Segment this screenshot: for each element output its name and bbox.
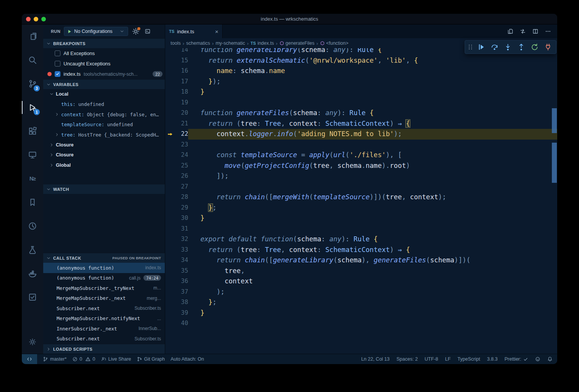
restart-icon[interactable] [528,41,541,53]
gutter-glyph-margin[interactable] [165,182,175,192]
variable-row[interactable]: tree:HostTree {_backend: ScopedH… [43,130,165,140]
variable-row[interactable]: this:undefined [43,99,165,110]
code-editor[interactable]: 14function generateLibrary(schema: any):… [165,48,557,354]
call-stack-section-header[interactable]: CALL STACK PAUSED ON BREAKPOINT [43,253,165,263]
status-auto-attach[interactable]: Auto Attach: On [171,356,204,362]
gutter-glyph-margin[interactable] [165,297,175,308]
zoom-window-button[interactable] [41,17,46,21]
breadcrumb-my-schematic[interactable]: my-schematic [216,41,245,46]
code-line-35[interactable]: 35 tree, [165,266,557,277]
call-stack-frame[interactable]: Subscriber.nextSubscriber.ts [43,303,165,314]
disconnect-icon[interactable] [542,41,554,53]
breakpoints-section-header[interactable]: BREAKPOINTS [43,38,165,48]
code-line-20[interactable]: 20function generateFiles(schema: any): R… [165,108,557,119]
status-remote-indicator[interactable] [22,354,37,364]
chevron-down-icon[interactable] [49,92,56,96]
gutter-glyph-margin[interactable] [165,266,175,277]
status-git-branch[interactable]: master* [43,356,67,362]
gutter-glyph-margin[interactable] [165,98,175,108]
breadcrumb-generatefiles[interactable]: generateFiles [280,41,315,46]
gutter-glyph-margin[interactable] [165,66,175,76]
status-feedback[interactable] [535,356,540,362]
code-line-17[interactable]: 17 }); [165,76,557,87]
drag-handle-icon[interactable] [467,41,474,53]
chevron-right-icon[interactable] [49,163,56,168]
code-line-29[interactable]: 29 }; [165,203,557,213]
gutter-glyph-margin[interactable] [165,161,175,171]
manage-settings-gear-icon[interactable] [22,330,43,354]
breakpoint-item[interactable]: All Exceptions [43,48,165,59]
call-stack-frame[interactable]: (anonymous function)index.ts [43,263,165,273]
gutter-glyph-margin[interactable] [165,140,175,150]
nx-console-icon[interactable]: N≥ [22,167,43,190]
gutter-glyph-margin[interactable] [165,203,175,213]
open-changes-icon[interactable] [507,28,513,34]
code-line-18[interactable]: 18} [165,87,557,98]
code-line-38[interactable]: 38 }; [165,297,557,308]
call-stack-frame[interactable]: Subscriber.nextSubscriber.ts [43,334,165,344]
variable-row[interactable]: templateSource:undefined [43,120,165,130]
gutter-glyph-margin[interactable] [165,224,175,234]
status-language-mode[interactable]: TypeScript [457,356,480,362]
call-stack-frame[interactable]: MergeMapSubscriber._nextmerg... [43,293,165,304]
continue-icon[interactable] [475,41,487,53]
step-into-icon[interactable] [501,41,514,53]
code-line-21[interactable]: 21 return (tree: Tree, context: Schemati… [165,119,557,129]
code-line-26[interactable]: 26 ]); [165,171,557,182]
code-line-24[interactable]: 24 const templateSource = apply(url('./f… [165,150,557,161]
breakpoint-item[interactable]: Uncaught Exceptions [43,59,165,69]
variable-row[interactable]: context:Object {debug: false, en… [43,109,165,120]
code-line-30[interactable]: 30} [165,213,557,224]
chevron-right-icon[interactable] [49,153,56,157]
code-line-33[interactable]: 33 return (tree: Tree, context: Schemati… [165,245,557,255]
gutter-glyph-margin[interactable] [165,287,175,298]
chevron-right-icon[interactable] [55,132,61,137]
status-errors[interactable]: 0 [72,356,82,362]
breakpoint-checkbox[interactable] [55,50,60,56]
tab-index-ts[interactable]: TS index.ts × [165,24,223,38]
status-notifications[interactable] [547,356,553,362]
variables-section-header[interactable]: VARIABLES [43,79,165,89]
testing-icon[interactable] [22,238,43,262]
gutter-glyph-margin[interactable] [165,150,175,161]
variable-row[interactable]: Global [43,160,165,171]
search-icon[interactable] [22,48,43,72]
gutter-glyph-margin[interactable] [165,119,175,129]
debug-configuration-dropdown[interactable]: No Configurations [64,27,128,36]
loaded-scripts-section-header[interactable]: LOADED SCRIPTS [43,344,165,354]
status-encoding[interactable]: UTF-8 [424,356,438,362]
breadcrumb-index-ts[interactable]: TSindex.ts [250,41,274,46]
code-line-37[interactable]: 37 ); [165,287,557,298]
gutter-glyph-margin[interactable] [165,245,175,255]
gutter-glyph-margin[interactable] [165,76,175,87]
call-stack-frame[interactable]: (anonymous function)call.js74:24 [43,273,165,283]
code-line-36[interactable]: 36 context [165,276,557,287]
status-indentation[interactable]: Spaces: 2 [397,356,418,362]
code-line-19[interactable]: 19 [165,98,557,108]
start-debugging-icon[interactable] [67,29,72,34]
gutter-glyph-margin[interactable] [165,255,175,266]
status-cursor-position[interactable]: Ln 22, Col 13 [361,356,389,362]
breakpoint-item[interactable]: index.tstools/schematics/my-sch...22 [43,69,165,79]
debug-current-line-arrow-icon[interactable] [165,129,175,140]
code-line-32[interactable]: 32export default function(schema: any): … [165,234,557,245]
code-line-15[interactable]: 15 return externalSchematic('@nrwl/works… [165,55,557,66]
status-prettier[interactable]: Prettier: [504,356,528,362]
gutter-glyph-margin[interactable] [165,171,175,182]
status-warnings[interactable]: 0 [85,356,95,362]
variable-row[interactable]: Closure [43,140,165,150]
code-line-25[interactable]: 25 move(getProjectConfig(tree, schema.na… [165,161,557,171]
gutter-glyph-margin[interactable] [165,276,175,287]
code-line-16[interactable]: 16 name: schema.name [165,66,557,76]
status-typescript-version[interactable]: 3.8.3 [487,356,498,362]
todo-tree-icon[interactable] [22,285,43,309]
source-control-icon[interactable]: 3 [22,72,43,96]
compare-changes-icon[interactable] [520,28,526,34]
explorer-icon[interactable] [22,24,43,48]
gutter-glyph-margin[interactable] [165,55,175,66]
minimize-window-button[interactable] [34,17,38,21]
remote-explorer-icon[interactable] [22,143,43,167]
docker-icon[interactable] [22,262,43,285]
step-out-icon[interactable] [515,41,527,53]
breakpoint-checkbox[interactable] [55,61,60,67]
